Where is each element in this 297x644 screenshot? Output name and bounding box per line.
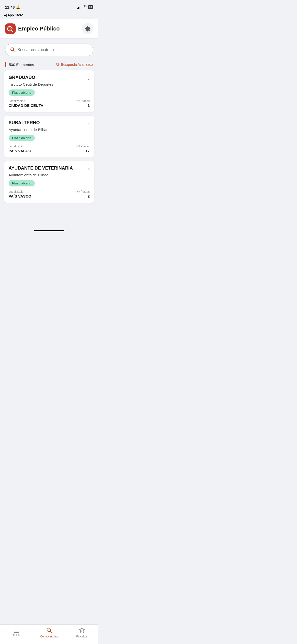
- location-label: Localización: [9, 145, 31, 148]
- location-value: PAÍS VASCO: [9, 194, 31, 198]
- search-icon: [10, 47, 15, 53]
- card-header: GRADUADO ›: [9, 75, 90, 81]
- chevron-right-icon: ›: [88, 121, 90, 126]
- status-icons: 39: [77, 5, 93, 9]
- plazas-value: 2: [77, 194, 90, 198]
- job-organization: Ayuntamiento de Bilbao: [9, 173, 90, 177]
- svg-line-2: [13, 50, 15, 52]
- app-title: Empleo Público: [18, 25, 60, 32]
- job-card[interactable]: SUBALTERNO › Ayuntamiento de Bilbao Plaz…: [4, 116, 94, 157]
- location-label: Localización: [9, 99, 43, 103]
- search-input[interactable]: [17, 48, 88, 52]
- back-nav[interactable]: ◀ App Store: [0, 12, 98, 19]
- svg-point-3: [56, 63, 58, 66]
- search-section: [0, 39, 98, 59]
- advanced-search-button[interactable]: Búsqueda Avanzada: [56, 62, 93, 67]
- plazas-label: Nº Plazas: [77, 190, 90, 194]
- notification-bell-icon: 🔔: [16, 5, 20, 9]
- chevron-right-icon: ›: [88, 167, 90, 172]
- plazas-label: Nº Plazas: [77, 99, 90, 103]
- svg-line-4: [58, 65, 59, 66]
- results-bar: 500 Elementos Búsqueda Avanzada: [0, 59, 98, 70]
- footer-location: Localización PAÍS VASCO: [9, 190, 31, 198]
- card-header: SUBALTERNO ›: [9, 120, 90, 126]
- signal-bars: [77, 5, 81, 9]
- status-badge: Plazo abierto: [9, 89, 35, 96]
- app-header: Empleo Público: [0, 19, 98, 39]
- job-organization: Ayuntamiento de Bilbao: [9, 127, 90, 132]
- job-organization: Instituto Ceuti de Deportes: [9, 82, 90, 86]
- red-indicator: [5, 62, 6, 67]
- location-value: CIUDAD DE CEUTA: [9, 103, 43, 108]
- plazas-value: 17: [77, 149, 90, 153]
- footer-location: Localización CIUDAD DE CEUTA: [9, 99, 43, 108]
- back-label: App Store: [8, 13, 23, 17]
- card-header: AYUDANTE DE VETERINARIA ›: [9, 166, 90, 172]
- location-value: PAÍS VASCO: [9, 149, 31, 153]
- status-badge: Plazo abierto: [9, 135, 35, 141]
- job-title: SUBALTERNO: [9, 120, 86, 125]
- settings-button[interactable]: [82, 23, 93, 34]
- job-title: GRADUADO: [9, 75, 86, 80]
- results-count: 500 Elementos: [5, 62, 34, 67]
- app-logo: [5, 23, 16, 34]
- search-container[interactable]: [5, 44, 93, 56]
- battery-icon: 39: [88, 5, 93, 9]
- status-time: 11:48: [5, 5, 15, 9]
- job-card[interactable]: AYUDANTE DE VETERINARIA › Ayuntamiento d…: [4, 161, 94, 203]
- cards-section: GRADUADO › Instituto Ceuti de Deportes P…: [0, 70, 98, 203]
- footer-location: Localización PAÍS VASCO: [9, 145, 31, 153]
- advanced-search-icon: [56, 62, 60, 67]
- footer-plazas: Nº Plazas 17: [77, 145, 90, 153]
- chevron-right-icon: ›: [88, 76, 90, 81]
- location-label: Localización: [9, 190, 31, 194]
- card-footer: Localización PAÍS VASCO Nº Plazas 17: [9, 145, 90, 153]
- home-indicator: [34, 230, 64, 231]
- gear-icon: [85, 26, 91, 32]
- status-bar: 11:48 🔔 39: [0, 0, 98, 12]
- card-footer: Localización CIUDAD DE CEUTA Nº Plazas 1: [9, 99, 90, 108]
- footer-plazas: Nº Plazas 2: [77, 190, 90, 198]
- job-card[interactable]: GRADUADO › Instituto Ceuti de Deportes P…: [4, 70, 94, 112]
- svg-point-1: [11, 48, 14, 51]
- back-arrow-icon: ◀: [4, 13, 7, 17]
- wifi-icon: [83, 5, 87, 9]
- plazas-value: 1: [77, 103, 90, 108]
- footer-plazas: Nº Plazas 1: [77, 99, 90, 108]
- job-title: AYUDANTE DE VETERINARIA: [9, 166, 86, 171]
- status-badge: Plazo abierto: [9, 180, 35, 186]
- app-title-group: Empleo Público: [5, 23, 60, 34]
- plazas-label: Nº Plazas: [77, 145, 90, 148]
- card-footer: Localización PAÍS VASCO Nº Plazas 2: [9, 190, 90, 198]
